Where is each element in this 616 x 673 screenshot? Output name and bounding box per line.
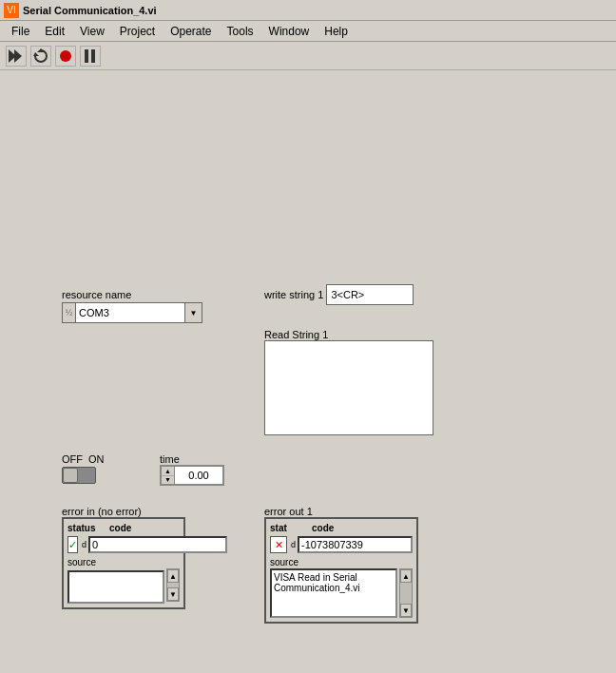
write-string-control: write string 1 xyxy=(264,284,414,305)
read-string-control: Read String 1 xyxy=(264,329,433,435)
time-spinner: ▲ ▼ xyxy=(162,467,175,484)
error-in-source-section: source ▲ ▼ xyxy=(67,556,180,604)
error-out-scroll-track xyxy=(400,583,412,604)
time-input-box: ▲ ▼ 0.00 xyxy=(160,465,224,486)
error-in-code-header: code xyxy=(109,523,180,533)
resource-name-value[interactable]: COM3 xyxy=(76,307,184,318)
time-label: time xyxy=(160,453,180,465)
write-string-input[interactable] xyxy=(326,284,414,305)
error-out-status-icon: ✕ xyxy=(270,536,287,553)
error-in-code-input[interactable] xyxy=(88,536,227,553)
toggle-control: OFF ON xyxy=(62,453,105,484)
resource-name-arrow-icon[interactable]: ▼ xyxy=(184,303,202,322)
svg-rect-5 xyxy=(85,49,88,63)
error-out-value-row: ✕ d -1073807339 xyxy=(270,536,413,553)
error-in-status-header: status xyxy=(67,523,106,533)
read-string-label: Read String 1 xyxy=(264,329,328,340)
error-out-source-section: source VISA Read in Serial Communication… xyxy=(270,556,413,618)
error-in-source-row: ▲ ▼ xyxy=(67,568,180,604)
error-in-code-prefix: d xyxy=(82,540,87,549)
title-bar: VI Serial Communication_4.vi xyxy=(0,0,616,21)
toggle-on-label: ON xyxy=(88,453,105,465)
pause-button[interactable] xyxy=(80,46,101,67)
error-in-control: error in (no error) status code ✓ d sour… xyxy=(62,506,185,609)
svg-rect-6 xyxy=(91,49,95,63)
time-control: time ▲ ▼ 0.00 xyxy=(160,453,224,486)
error-in-scroll-down[interactable]: ▼ xyxy=(167,587,179,601)
menu-bar: File Edit View Project Operate Tools Win… xyxy=(0,21,616,42)
error-out-code-prefix: d xyxy=(291,540,296,549)
error-out-label: error out 1 xyxy=(264,506,313,517)
resource-name-prefix-icon: ½ xyxy=(63,303,76,322)
error-in-panel: status code ✓ d source ▲ xyxy=(62,517,185,609)
error-in-status-icon: ✓ xyxy=(67,536,78,553)
error-in-label: error in (no error) xyxy=(62,506,142,517)
error-out-panel: stat code ✕ d -1073807339 source V xyxy=(264,517,418,624)
abort-button[interactable] xyxy=(55,46,76,67)
time-value[interactable]: 0.00 xyxy=(175,470,222,481)
error-out-code-row: d -1073807339 xyxy=(291,536,413,553)
error-out-source-row: VISA Read in Serial Communication_4.vi ▲… xyxy=(270,568,413,618)
resource-name-label: resource name xyxy=(62,289,131,300)
error-in-header-row: status code xyxy=(67,523,180,533)
toggle-knob xyxy=(63,468,78,483)
run-arrow-button[interactable] xyxy=(6,46,27,67)
error-in-source-box xyxy=(67,570,164,604)
menu-operate[interactable]: Operate xyxy=(163,23,219,40)
canvas-area: resource name ½ COM3 ▼ write string 1 Re… xyxy=(0,70,616,673)
read-string-box xyxy=(264,340,433,435)
toggle-labels: OFF ON xyxy=(62,453,105,465)
error-out-source-scrollbar: ▲ ▼ xyxy=(399,568,413,618)
error-out-stat-header: stat xyxy=(270,523,308,533)
menu-edit[interactable]: Edit xyxy=(37,23,72,40)
time-increment-button[interactable]: ▲ xyxy=(162,467,174,476)
toggle-off-label: OFF xyxy=(62,453,83,465)
menu-view[interactable]: View xyxy=(72,23,112,40)
menu-project[interactable]: Project xyxy=(112,23,163,40)
toggle-switch[interactable] xyxy=(62,467,96,484)
menu-tools[interactable]: Tools xyxy=(220,23,261,40)
svg-point-4 xyxy=(60,50,71,62)
error-out-scroll-up[interactable]: ▲ xyxy=(400,569,412,583)
title-bar-text: Serial Communication_4.vi xyxy=(23,5,157,16)
run-continuously-button[interactable] xyxy=(30,46,51,67)
error-out-header-row: stat code xyxy=(270,523,413,533)
resource-name-dropdown[interactable]: ½ COM3 ▼ xyxy=(62,302,202,323)
error-in-value-row: ✓ d xyxy=(67,536,180,553)
error-out-code-header: code xyxy=(312,523,413,533)
svg-marker-1 xyxy=(14,49,22,63)
menu-help[interactable]: Help xyxy=(317,23,356,40)
error-in-code-row: d xyxy=(82,536,227,553)
svg-marker-2 xyxy=(33,52,39,56)
error-out-status-value: ✕ xyxy=(275,539,283,551)
error-in-scroll-up[interactable]: ▲ xyxy=(167,569,179,583)
error-out-code-display: -1073807339 xyxy=(298,536,413,553)
error-out-control: error out 1 stat code ✕ d -1073807339 so… xyxy=(264,506,418,624)
menu-window[interactable]: Window xyxy=(261,23,318,40)
error-out-source-box: VISA Read in Serial Communication_4.vi xyxy=(270,568,397,618)
error-in-source-scrollbar: ▲ ▼ xyxy=(166,568,180,602)
error-out-source-label: source xyxy=(270,557,298,567)
menu-file[interactable]: File xyxy=(4,23,37,40)
write-string-label: write string 1 xyxy=(264,289,323,300)
error-in-source-label: source xyxy=(67,557,96,567)
error-out-scroll-down[interactable]: ▼ xyxy=(400,604,412,617)
toolbar xyxy=(0,42,616,70)
error-in-status-value: ✓ xyxy=(68,539,77,551)
time-decrement-button[interactable]: ▼ xyxy=(162,476,174,485)
app-icon: VI xyxy=(4,3,19,18)
resource-name-control: resource name ½ COM3 ▼ xyxy=(62,289,202,323)
